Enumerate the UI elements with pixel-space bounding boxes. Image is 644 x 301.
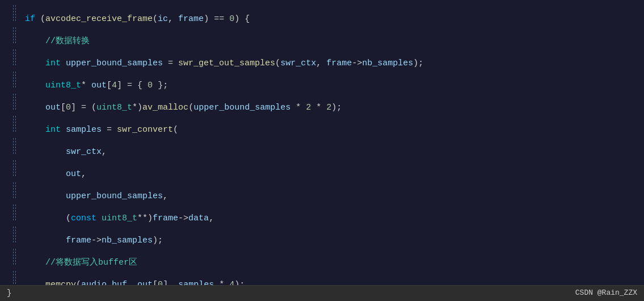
token: =	[102, 125, 117, 135]
token: =	[163, 58, 178, 68]
token: out	[45, 103, 61, 112]
token: *	[311, 103, 326, 112]
token: upper_bound_samples	[193, 103, 291, 112]
line-content: int upper_bound_samples = swr_get_out_sa…	[23, 57, 644, 70]
token: upper_bound_samples	[66, 191, 163, 201]
code-editor: if (avcodec_receive_frame(ic, frame) == …	[0, 0, 644, 301]
code-line: int samples = swr_convert(	[0, 115, 644, 137]
token: ,	[316, 58, 326, 68]
line-gutter	[0, 116, 23, 132]
token: (	[173, 125, 178, 135]
token: frame	[326, 58, 352, 68]
token: upper_bound_samples	[61, 58, 163, 68]
token: [	[61, 103, 66, 112]
line-content: memcpy(audio_buf, out[0], samples * 4);	[23, 278, 644, 285]
code-line: upper_bound_samples,	[0, 182, 644, 204]
token: nb_samples	[362, 58, 413, 68]
token: ,	[81, 169, 86, 179]
line-content: if (avcodec_receive_frame(ic, frame) == …	[23, 12, 644, 26]
attribution: CSDN @Rain_ZZX	[575, 287, 637, 299]
token: uint8_t	[96, 214, 137, 223]
line-gutter	[0, 271, 23, 285]
token: ] = (	[71, 103, 96, 112]
line-gutter	[0, 204, 23, 220]
token: av_malloc	[142, 103, 188, 112]
token: samples	[61, 125, 102, 135]
token: avcodec_receive_frame	[45, 14, 153, 24]
token: samples	[178, 280, 214, 285]
line-content: int samples = swr_convert(	[23, 123, 644, 137]
token: **)	[137, 214, 153, 223]
code-line: int upper_bound_samples = swr_get_out_sa…	[0, 49, 644, 71]
token: ,	[102, 147, 107, 157]
line-content: out[0] = (uint8_t*)av_malloc(upper_bound…	[23, 101, 644, 115]
token: audio_buf	[81, 280, 127, 285]
token: data	[188, 214, 209, 223]
token: );	[234, 280, 245, 285]
token: [	[153, 280, 158, 285]
token: //将数据写入buffer区	[45, 258, 137, 267]
token: swr_convert	[117, 125, 173, 135]
token: int	[45, 125, 61, 135]
token: 0	[66, 103, 71, 112]
token: swr_ctx	[280, 58, 316, 68]
token: uint8_t	[45, 81, 81, 90]
token: (	[275, 58, 280, 68]
token: frame	[178, 14, 204, 24]
line-gutter	[0, 27, 23, 43]
token: *	[291, 103, 306, 112]
token: ,	[168, 14, 178, 24]
token: 0	[158, 280, 163, 285]
line-gutter	[0, 249, 23, 265]
line-gutter	[0, 182, 23, 198]
token: ->	[178, 214, 188, 223]
code-line: if (avcodec_receive_frame(ic, frame) == …	[0, 5, 644, 27]
bottom-bar: } CSDN @Rain_ZZX	[0, 285, 644, 301]
code-line: out[0] = (uint8_t*)av_malloc(upper_bound…	[0, 93, 644, 115]
token: );	[153, 236, 163, 245]
token: };	[153, 81, 168, 90]
code-line: //数据转换	[0, 27, 644, 49]
token: ],	[163, 280, 178, 285]
token: nb_samples	[102, 236, 153, 245]
line-content: uint8_t* out[4] = { 0 };	[23, 79, 644, 93]
token: uint8_t	[96, 103, 132, 112]
code-line: swr_ctx,	[0, 137, 644, 160]
line-content: (const uint8_t**)frame->data,	[23, 212, 644, 225]
line-content: upper_bound_samples,	[23, 190, 644, 203]
token: );	[413, 58, 423, 68]
line-gutter	[0, 5, 23, 21]
token: *)	[132, 103, 142, 112]
token: //数据转换	[45, 36, 90, 46]
token: [	[107, 81, 112, 90]
token: 4	[112, 81, 117, 90]
token: int	[45, 58, 61, 68]
token: (	[35, 14, 45, 24]
line-gutter	[0, 227, 23, 243]
token: (	[66, 214, 71, 223]
token: 0	[148, 81, 153, 90]
token: out	[137, 280, 153, 285]
token: ->	[352, 58, 362, 68]
line-content: swr_ctx,	[23, 145, 644, 159]
code-line: uint8_t* out[4] = { 0 };	[0, 71, 644, 93]
code-line: (const uint8_t**)frame->data,	[0, 204, 644, 226]
line-content: //数据转换	[23, 35, 644, 48]
line-gutter	[0, 72, 23, 87]
line-gutter	[0, 160, 23, 176]
token: out	[66, 169, 81, 179]
line-content: frame->nb_samples);	[23, 234, 644, 248]
token: 2	[326, 103, 331, 112]
token: ) {	[234, 14, 250, 24]
token: if	[25, 14, 35, 24]
token: ic	[158, 14, 168, 24]
line-gutter	[0, 94, 23, 110]
token: out	[91, 81, 107, 90]
token: frame	[66, 236, 91, 245]
token: 0	[229, 14, 234, 24]
token: 2	[306, 103, 311, 112]
line-content: out,	[23, 168, 644, 181]
code-line: //将数据写入buffer区	[0, 248, 644, 270]
token: ) ==	[204, 14, 229, 24]
token: memcpy	[45, 280, 76, 285]
